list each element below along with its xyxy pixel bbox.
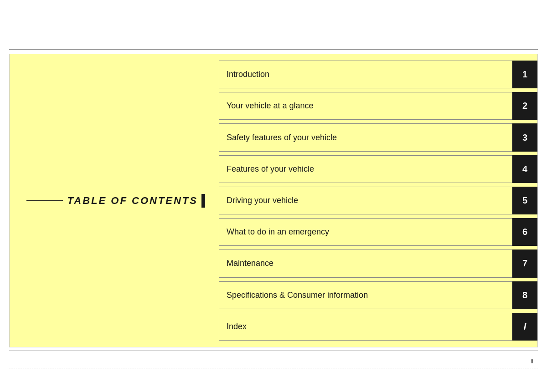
toc-item-text-3: Safety features of your vehicle (219, 123, 512, 151)
toc-item[interactable]: What to do in an emergency6 (219, 218, 537, 246)
toc-item-text-1: Introduction (219, 61, 512, 88)
page-number: ii (531, 358, 533, 365)
toc-title: TABLE OF CONTENTS (26, 194, 205, 208)
toc-item-number-3: 3 (512, 123, 537, 151)
toc-title-text: TABLE OF CONTENTS (67, 195, 198, 207)
toc-item-text-5: Driving your vehicle (219, 187, 512, 214)
toc-item-number-7: 7 (512, 249, 537, 277)
page-container: ii TABLE OF CONTENTS Introduction1Your v… (0, 0, 547, 392)
toc-item[interactable]: Introduction1 (219, 61, 537, 88)
toc-item[interactable]: Maintenance7 (219, 249, 537, 277)
toc-item-text-7: Maintenance (219, 249, 512, 277)
top-divider (9, 49, 538, 50)
toc-item-number-5: 5 (512, 187, 537, 214)
toc-item[interactable]: Your vehicle at a glance2 (219, 92, 537, 120)
toc-title-line (26, 200, 63, 201)
bottom-divider (9, 351, 538, 351)
toc-item[interactable]: IndexI (219, 313, 537, 341)
toc-item-number-9: I (512, 313, 537, 341)
main-content: TABLE OF CONTENTS Introduction1Your vehi… (9, 54, 538, 347)
toc-item[interactable]: Features of your vehicle4 (219, 155, 537, 183)
toc-item-number-8: 8 (512, 281, 537, 309)
toc-item-number-4: 4 (512, 155, 537, 183)
toc-item-text-9: Index (219, 313, 512, 341)
right-panel: Introduction1Your vehicle at a glance2Sa… (219, 54, 538, 347)
toc-item-text-2: Your vehicle at a glance (219, 92, 512, 120)
toc-item[interactable]: Specifications & Consumer information8 (219, 281, 537, 309)
toc-title-bar (201, 194, 205, 208)
toc-item-number-2: 2 (512, 92, 537, 120)
toc-item[interactable]: Safety features of your vehicle3 (219, 123, 537, 151)
toc-item-number-6: 6 (512, 218, 537, 246)
left-panel: TABLE OF CONTENTS (9, 54, 219, 347)
toc-item[interactable]: Driving your vehicle5 (219, 187, 537, 214)
toc-item-text-4: Features of your vehicle (219, 155, 512, 183)
toc-item-number-1: 1 (512, 61, 537, 88)
toc-item-text-6: What to do in an emergency (219, 218, 512, 246)
toc-item-text-8: Specifications & Consumer information (219, 281, 512, 309)
dashed-divider (9, 368, 538, 368)
